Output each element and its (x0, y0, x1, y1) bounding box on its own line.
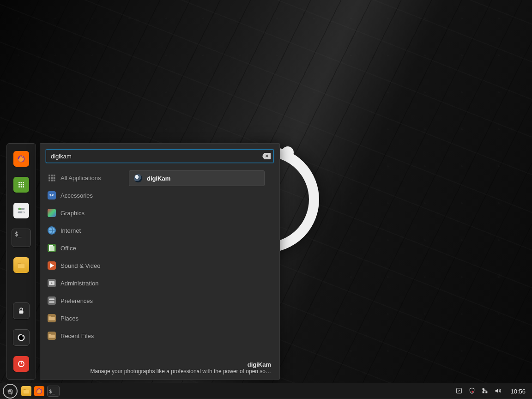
category-recent-files[interactable]: Recent Files (44, 327, 123, 344)
globe-icon (48, 226, 56, 235)
category-preferences[interactable]: Preferences (44, 292, 123, 309)
svg-rect-31 (49, 299, 54, 300)
result-label: digiKam (147, 175, 170, 182)
svg-point-4 (18, 184, 20, 186)
office-icon (48, 244, 56, 252)
svg-point-3 (23, 182, 24, 183)
taskbar-clock[interactable]: 10:56 (507, 388, 526, 395)
svg-point-5 (21, 184, 22, 186)
svg-point-6 (23, 184, 24, 186)
category-all-applications[interactable]: All Applications (44, 169, 123, 186)
category-label: Recent Files (60, 332, 94, 339)
svg-rect-37 (485, 391, 487, 393)
grid-icon (48, 174, 56, 182)
favorite-lock[interactable] (13, 302, 30, 319)
menu-search-input[interactable] (49, 153, 262, 160)
category-internet[interactable]: Internet (44, 222, 123, 239)
folder-icon (23, 387, 30, 395)
svg-rect-19 (54, 175, 55, 176)
favorite-terminal[interactable]: $_ (12, 229, 31, 247)
svg-point-11 (18, 208, 21, 210)
footer-title: digiKam (48, 361, 271, 368)
svg-rect-14 (19, 310, 24, 314)
category-places[interactable]: Places (44, 310, 123, 326)
svg-point-1 (18, 182, 20, 183)
folder-icon (48, 314, 56, 322)
category-label: Administration (60, 280, 98, 287)
favorite-logout[interactable] (13, 329, 30, 346)
svg-rect-38 (483, 391, 484, 393)
tray-updates-icon[interactable] (455, 387, 463, 396)
svg-rect-28 (50, 246, 54, 251)
svg-rect-25 (54, 180, 55, 181)
category-label: Preferences (60, 297, 93, 304)
menu-button[interactable] (3, 384, 18, 399)
category-label: Accessories (60, 192, 93, 199)
svg-rect-16 (21, 361, 22, 364)
favorite-app-green[interactable] (13, 177, 29, 193)
prefs-icon (48, 296, 56, 305)
firefox-icon (36, 387, 43, 395)
grid-dots-icon (17, 181, 25, 189)
folder-icon (17, 260, 26, 270)
firefox-icon (17, 154, 26, 163)
category-label: Places (60, 315, 79, 322)
favorite-power[interactable] (13, 356, 29, 372)
refresh-arrow-icon (17, 333, 25, 342)
svg-point-2 (21, 182, 22, 183)
category-label: All Applications (60, 175, 101, 181)
digikam-icon (134, 174, 142, 182)
svg-point-13 (22, 211, 24, 213)
menu-footer: digiKam Manage your photographs like a p… (40, 358, 279, 379)
favorites-dock: $_ (6, 143, 36, 380)
svg-rect-20 (48, 177, 50, 179)
taskbar: $_ 10:56 (0, 383, 532, 399)
category-administration[interactable]: Administration (44, 275, 123, 291)
svg-rect-18 (51, 175, 53, 176)
svg-point-9 (23, 186, 24, 187)
footer-description: Manage your photographs like a professio… (48, 368, 271, 375)
category-label: Internet (60, 227, 81, 234)
toggles-icon (17, 206, 26, 215)
category-list: All Applications ✂ Accessories Graphics … (44, 169, 123, 358)
folder-icon (48, 332, 56, 340)
tray-volume-icon[interactable] (494, 387, 502, 396)
category-label: Graphics (60, 210, 85, 217)
favorite-firefox[interactable] (13, 151, 29, 167)
svg-point-35 (472, 391, 473, 393)
result-digikam[interactable]: digiKam (129, 170, 265, 186)
category-label: Office (60, 245, 76, 252)
svg-point-8 (21, 186, 22, 187)
category-label: Sound & Video (60, 262, 101, 269)
category-accessories[interactable]: ✂ Accessories (44, 187, 123, 204)
favorite-files[interactable] (13, 257, 29, 273)
admin-icon (48, 279, 56, 287)
system-tray: 10:56 (455, 387, 529, 396)
category-office[interactable]: Office (44, 240, 123, 256)
favorite-settings[interactable] (13, 203, 29, 218)
taskbar-terminal[interactable]: $_ (47, 386, 60, 397)
play-icon (48, 261, 56, 270)
mint-logo-icon (6, 387, 14, 395)
results-list: digiKam (123, 169, 279, 358)
scissors-icon: ✂ (48, 191, 56, 200)
svg-rect-24 (51, 180, 53, 181)
svg-point-30 (51, 283, 53, 284)
svg-rect-36 (483, 388, 484, 390)
category-graphics[interactable]: Graphics (44, 205, 123, 221)
palette-icon (48, 209, 56, 217)
category-sound-video[interactable]: Sound & Video (44, 257, 123, 274)
taskbar-firefox[interactable] (34, 386, 44, 396)
lock-icon (17, 307, 25, 315)
svg-point-7 (18, 186, 20, 187)
taskbar-files[interactable] (21, 386, 31, 396)
svg-rect-17 (48, 175, 50, 176)
power-icon (17, 360, 25, 368)
tray-network-icon[interactable] (481, 387, 489, 396)
menu-search[interactable] (46, 149, 274, 163)
svg-rect-22 (54, 177, 55, 179)
tray-security-icon[interactable] (468, 387, 476, 396)
svg-rect-23 (48, 180, 50, 181)
application-menu: All Applications ✂ Accessories Graphics … (40, 143, 280, 380)
clear-search-icon[interactable] (262, 153, 271, 159)
